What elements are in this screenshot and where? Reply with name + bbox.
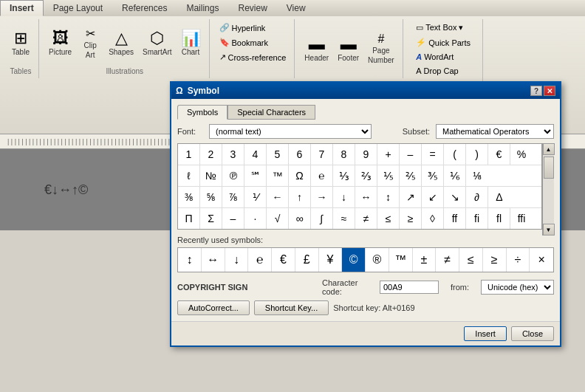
dialog-close-button[interactable]: ✕	[544, 86, 555, 96]
symbol-cell[interactable]: )	[466, 144, 488, 165]
symbol-cell[interactable]: ⅖	[400, 165, 422, 186]
symbol-cell[interactable]: 2	[200, 144, 222, 165]
table-icon: ⊞	[14, 30, 27, 47]
symbol-cell[interactable]: ↙	[422, 187, 444, 207]
symbol-cell[interactable]: 7	[311, 144, 333, 165]
scroll-up-button[interactable]: ▲	[543, 143, 555, 155]
quickparts-button[interactable]: ⚡ Quick Parts	[412, 35, 474, 49]
picture-button[interactable]: 🖼 Picture	[45, 28, 75, 58]
crossref-label: Cross-reference	[228, 53, 287, 62]
symbol-cell[interactable]: →	[311, 187, 333, 207]
symbol-cell[interactable]: ℓ	[178, 165, 200, 186]
dropcap-button[interactable]: A Drop Cap	[412, 64, 474, 78]
symbol-cell[interactable]: ⅜	[178, 187, 200, 207]
scroll-down-button[interactable]: ▼	[543, 224, 555, 230]
symbol-cell[interactable]: –	[222, 208, 244, 229]
symbol-cell[interactable]: ⅙	[444, 165, 466, 186]
ribbon-group-header-footer: ▬ Header ▬ Footer # Page Number	[296, 19, 403, 78]
symbol-cell[interactable]: ≈	[333, 208, 355, 229]
symbol-cell[interactable]: ↔	[355, 187, 377, 207]
symbol-cell[interactable]: ℗	[222, 165, 244, 186]
symbol-cell[interactable]: fl	[488, 208, 510, 229]
subset-select[interactable]: Mathematical Operators	[436, 124, 554, 139]
symbol-cell[interactable]: ⅓	[333, 165, 355, 186]
header-icon: ▬	[309, 36, 325, 52]
smartart-button[interactable]: ⬡ SmartArt	[139, 28, 175, 58]
picture-label: Picture	[49, 48, 72, 56]
footer-button[interactable]: ▬ Footer	[334, 34, 363, 64]
symbol-cell[interactable]: 3	[222, 144, 244, 165]
symbol-cell[interactable]: ↑	[289, 187, 311, 207]
shapes-button[interactable]: △ Shapes	[105, 28, 137, 58]
dropcap-icon: A	[416, 66, 421, 75]
symbol-cell[interactable]: ←	[267, 187, 289, 207]
symbol-cell[interactable]: €	[488, 144, 510, 165]
symbol-cell[interactable]: ·	[244, 208, 267, 229]
symbol-cell[interactable]: ™	[267, 165, 289, 186]
symbol-cell[interactable]: Π	[178, 208, 200, 229]
symbol-cell[interactable]: (	[444, 144, 466, 165]
symbol-cell[interactable]: 8	[333, 144, 355, 165]
tab-mailings[interactable]: Mailings	[177, 0, 228, 16]
textbox-button[interactable]: ▭ Text Box ▾	[412, 21, 474, 35]
symbol-cell[interactable]: ⅔	[355, 165, 377, 186]
tab-view[interactable]: View	[277, 0, 315, 16]
symbol-cell[interactable]: ≥	[400, 208, 422, 229]
tab-special-characters[interactable]: Special Characters	[228, 105, 315, 120]
symbol-cell[interactable]: Σ	[200, 208, 222, 229]
symbol-cell[interactable]: ⅟	[244, 187, 267, 207]
symbol-cell[interactable]: ⅗	[422, 165, 444, 186]
tab-references[interactable]: References	[112, 0, 177, 16]
help-button[interactable]: ?	[530, 86, 542, 96]
clipart-button[interactable]: ✂ Clip Art	[77, 26, 103, 61]
tab-review[interactable]: Review	[228, 0, 276, 16]
symbol-cell[interactable]: ↕	[377, 187, 400, 207]
symbol-cell[interactable]: =	[422, 144, 444, 165]
symbol-cell[interactable]: ↓	[333, 187, 355, 207]
symbol-cell[interactable]: √	[267, 208, 289, 229]
tab-insert[interactable]: Insert	[0, 0, 44, 16]
bookmark-button[interactable]: 🔖 Bookmark	[216, 35, 290, 49]
symbol-cell[interactable]: –	[400, 144, 422, 165]
symbol-cell[interactable]: ⅝	[200, 187, 222, 207]
symbol-cell[interactable]: ↗	[400, 187, 422, 207]
symbol-cell[interactable]: №	[200, 165, 222, 186]
symbol-cell[interactable]: ℮	[311, 165, 333, 186]
symbol-cell[interactable]: ◊	[422, 208, 444, 229]
symbol-cell[interactable]: ffi	[510, 208, 533, 229]
scroll-thumb[interactable]	[544, 157, 554, 179]
symbol-cell[interactable]: ≤	[377, 208, 400, 229]
hyperlink-button[interactable]: 🔗 Hyperlink	[216, 21, 290, 35]
tab-symbols[interactable]: Symbols	[177, 105, 228, 120]
font-select[interactable]: (normal text)	[209, 124, 372, 139]
symbol-cell[interactable]: +	[377, 144, 400, 165]
symbol-cell[interactable]: ≠	[355, 208, 377, 229]
symbol-cell[interactable]: 1	[178, 144, 200, 165]
symbol-cell[interactable]: ⅕	[377, 165, 400, 186]
symbol-cell[interactable]: ⅛	[466, 165, 488, 186]
symbol-cell[interactable]: Δ	[488, 187, 510, 207]
symbol-cell[interactable]: ∫	[311, 208, 333, 229]
symbol-cell[interactable]: %	[510, 144, 533, 165]
symbol-cell[interactable]: 4	[244, 144, 267, 165]
dialog-title-left: Ω Symbol	[176, 86, 219, 96]
chart-button[interactable]: 📊 Chart	[177, 28, 205, 58]
links-col: 🔗 Hyperlink 🔖 Bookmark ↗ Cross-reference	[216, 21, 290, 64]
wordart-button[interactable]: A WordArt	[412, 50, 474, 63]
symbol-cell[interactable]: ⅞	[222, 187, 244, 207]
symbol-cell[interactable]: Ω	[289, 165, 311, 186]
tab-page-layout[interactable]: Page Layout	[44, 0, 112, 16]
symbol-cell[interactable]: ff	[444, 208, 466, 229]
symbol-cell[interactable]: ∂	[466, 187, 488, 207]
header-button[interactable]: ▬ Header	[301, 34, 332, 64]
symbol-cell[interactable]: fi	[466, 208, 488, 229]
symbol-cell[interactable]: 6	[289, 144, 311, 165]
symbol-cell[interactable]: ∞	[289, 208, 311, 229]
page-number-button[interactable]: # Page Number	[364, 31, 398, 66]
symbol-cell[interactable]: ↘	[444, 187, 466, 207]
table-button[interactable]: ⊞ Table	[7, 28, 34, 58]
crossref-button[interactable]: ↗ Cross-reference	[216, 50, 290, 64]
symbol-cell[interactable]: ℠	[244, 165, 267, 186]
symbol-cell[interactable]: 5	[267, 144, 289, 165]
symbol-cell[interactable]: 9	[355, 144, 377, 165]
